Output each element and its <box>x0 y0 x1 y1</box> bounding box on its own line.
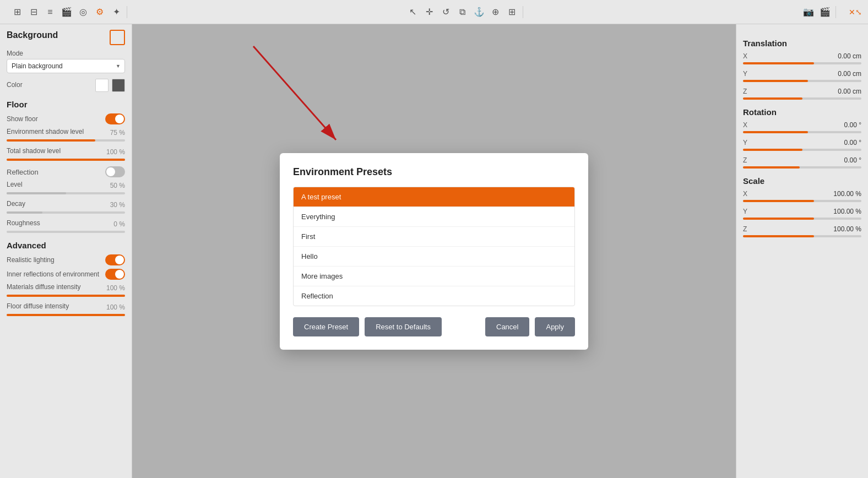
rotate-icon[interactable]: ↺ <box>440 6 452 18</box>
move-icon[interactable]: ✛ <box>424 6 436 18</box>
scale-x-field: X 100.00 % <box>743 190 861 202</box>
scale-z-slider[interactable] <box>743 235 861 237</box>
translation-z-label: Z <box>743 88 747 95</box>
realistic-lighting-label: Realistic lighting <box>7 256 55 264</box>
materials-diffuse-value: 100 % <box>106 284 125 292</box>
settings-icon[interactable]: ⚙ <box>94 6 106 18</box>
level-slider[interactable] <box>7 192 125 194</box>
toolbar: ⊞ ⊟ ≡ 🎬 ◎ ⚙ ✦ ↖ ✛ ↺ ⧉ ⚓ ⊕ ⊞ 📷 🎬 ✕⤡ <box>0 0 868 24</box>
floor-diffuse-slider[interactable] <box>7 314 125 316</box>
translation-y-value: 0.00 cm <box>838 70 861 78</box>
scale-x-label: X <box>743 190 747 198</box>
translation-z-slider[interactable] <box>743 97 861 100</box>
env-shadow-slider[interactable] <box>7 139 125 142</box>
grid-icon[interactable]: ⊟ <box>28 6 40 18</box>
orbit-icon[interactable]: ⊕ <box>490 6 502 18</box>
mode-label: Mode <box>7 50 125 57</box>
preset-item-everything[interactable]: Everything <box>294 207 574 227</box>
decay-value: 30 % <box>110 201 125 209</box>
fullscreen-icon[interactable]: ✕⤡ <box>849 6 861 18</box>
toolbar-right-group: 📷 🎬 <box>798 6 836 18</box>
materials-diffuse-slider[interactable] <box>7 295 125 297</box>
roughness-slider[interactable] <box>7 231 125 233</box>
preset-item-a-test-preset[interactable]: A test preset <box>294 187 574 207</box>
inner-reflections-thumb <box>115 270 124 279</box>
rotation-z-value: 0.00 ° <box>844 156 862 164</box>
rotation-z-slider[interactable] <box>743 166 861 169</box>
rotation-z-fill <box>743 166 800 169</box>
scale-box-icon[interactable]: ⧉ <box>457 6 469 18</box>
rotation-y-slider[interactable] <box>743 149 861 151</box>
preset-item-hello[interactable]: Hello <box>294 247 574 267</box>
scale-z-value: 100.00 % <box>833 225 861 233</box>
level-fill <box>7 192 66 194</box>
scale-y-slider[interactable] <box>743 218 861 220</box>
anchor-icon[interactable]: ⚓ <box>473 6 485 18</box>
roughness-row: Roughness 0 % <box>7 219 125 229</box>
translation-y-slider[interactable] <box>743 80 861 82</box>
env-shadow-fill <box>7 139 95 142</box>
preset-item-more-images[interactable]: More images <box>294 267 574 286</box>
show-floor-toggle[interactable] <box>105 113 125 124</box>
create-preset-button[interactable]: Create Preset <box>293 317 359 336</box>
total-shadow-label: Total shadow level <box>7 147 61 155</box>
sun-icon[interactable]: ✦ <box>110 6 122 18</box>
preset-item-first[interactable]: First <box>294 227 574 247</box>
cursor-icon[interactable]: ↖ <box>407 6 419 18</box>
reset-to-defaults-button[interactable]: Reset to Defaults <box>365 317 442 336</box>
color-swatch-dark[interactable] <box>112 79 125 92</box>
preset-item-reflection[interactable]: Reflection <box>294 286 574 306</box>
menu-icon[interactable]: ≡ <box>44 6 56 18</box>
grid-2x2-icon[interactable]: ⊞ <box>11 6 23 18</box>
total-shadow-row: Total shadow level 100 % <box>7 147 125 156</box>
scale-z-label: Z <box>743 225 747 233</box>
reflection-toggle[interactable] <box>105 166 125 177</box>
floor-title: Floor <box>7 100 125 109</box>
rotation-x-row: X 0.00 ° <box>743 121 861 129</box>
level-row: Level 50 % <box>7 181 125 190</box>
scale-title: Scale <box>743 176 861 186</box>
color-label: Color <box>7 81 23 89</box>
decay-label: Decay <box>7 200 25 208</box>
scale-y-label: Y <box>743 208 747 215</box>
inner-reflections-row: Inner reflections of environment <box>7 269 125 280</box>
materials-diffuse-row: Materials diffuse intensity 100 % <box>7 283 125 292</box>
advanced-title: Advanced <box>7 241 125 250</box>
realistic-lighting-toggle[interactable] <box>105 254 125 265</box>
cancel-button[interactable]: Cancel <box>485 317 529 336</box>
inner-reflections-label: Inner reflections of environment <box>7 270 99 278</box>
scale-y-row: Y 100.00 % <box>743 208 861 215</box>
translation-y-fill <box>743 80 808 82</box>
modal-overlay: Environment Presets A test preset Everyt… <box>132 24 736 478</box>
total-shadow-value: 100 % <box>106 148 125 156</box>
apply-button[interactable]: Apply <box>535 317 575 336</box>
render-icon[interactable]: 🎬 <box>819 6 831 18</box>
rotation-x-slider[interactable] <box>743 131 861 133</box>
target-icon[interactable]: ◎ <box>77 6 89 18</box>
background-title: Background <box>7 30 58 40</box>
translation-x-slider[interactable] <box>743 62 861 64</box>
film-icon[interactable]: 🎬 <box>61 6 73 18</box>
mode-dropdown[interactable]: Plain background <box>7 59 125 73</box>
inner-reflections-toggle[interactable] <box>105 269 125 280</box>
camera2-icon[interactable]: 📷 <box>802 6 815 18</box>
preset-button[interactable] <box>110 30 125 45</box>
scale-x-slider[interactable] <box>743 200 861 202</box>
roughness-value: 0 % <box>113 220 125 228</box>
translation-z-fill <box>743 97 802 100</box>
environment-presets-modal: Environment Presets A test preset Everyt… <box>280 153 588 350</box>
translation-y-row: Y 0.00 cm <box>743 70 861 78</box>
scale-z-field: Z 100.00 % <box>743 225 861 237</box>
color-swatch-white[interactable] <box>95 79 109 92</box>
env-shadow-row: Environment shadow level 75 % <box>7 128 125 137</box>
rotation-y-label: Y <box>743 139 747 146</box>
scale-x-value: 100.00 % <box>833 190 861 198</box>
toolbar-center-group: ↖ ✛ ↺ ⧉ ⚓ ⊕ ⊞ <box>403 6 523 18</box>
env-shadow-label: Environment shadow level <box>7 128 84 135</box>
translation-x-value: 0.00 cm <box>838 52 861 60</box>
background-header: Background <box>7 30 125 45</box>
align-icon[interactable]: ⊞ <box>506 6 518 18</box>
decay-slider[interactable] <box>7 211 125 214</box>
show-floor-row: Show floor <box>7 113 125 124</box>
total-shadow-slider[interactable] <box>7 159 125 161</box>
